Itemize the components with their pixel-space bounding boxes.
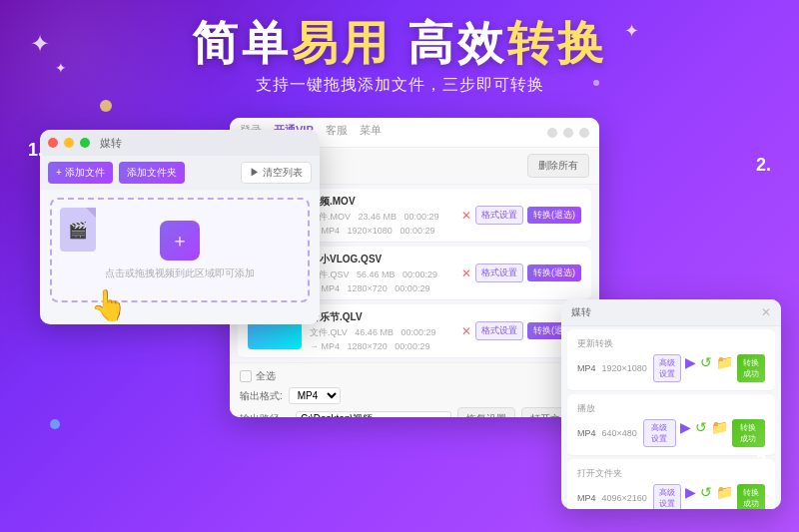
folder-icon-2[interactable]: 📁 (711, 419, 728, 447)
refresh-icon-2[interactable]: ↺ (695, 419, 707, 447)
result-resolution-1: 1920×1080 (602, 363, 647, 373)
result-item-3: 打开文件夹 MP4 4096×2160 高级设置 ▶ ↺ 📁 转换成功 (567, 459, 775, 509)
dot-3 (50, 419, 60, 429)
result-resolution-2: 640×480 (602, 428, 637, 438)
convert-btn-1[interactable]: 转换(退选) (527, 207, 581, 224)
file-float-icon: 🎬 (60, 208, 96, 252)
file-name-1: 视频.MOV (310, 195, 453, 209)
title-part2: 高效 (407, 17, 507, 69)
header: 简单易用 高效转换 支持一键拖拽添加文件，三步即可转换 (0, 18, 799, 96)
drop-plus-icon: ＋ (160, 221, 200, 261)
result-row-2: MP4 640×480 高级设置 ▶ ↺ 📁 转换成功 (577, 419, 765, 447)
step-1-label: 1. (28, 140, 43, 161)
add-file-btn-1[interactable]: + 添加文件 (48, 162, 113, 184)
file-meta-out-1: → MP4 1920×1080 00:00:29 (310, 226, 453, 236)
delete-icon[interactable]: ✕ (461, 324, 471, 338)
title-space (392, 17, 408, 69)
file-name-3: 音乐节.QLV (310, 310, 453, 324)
restore-btn[interactable]: 恢复设置 (457, 407, 515, 417)
win2-controls (547, 128, 589, 138)
play-icon[interactable]: ▶ (685, 354, 696, 382)
result-row-1: MP4 1920×1080 高级设置 ▶ ↺ 📁 转换成功 (577, 354, 765, 382)
file-info: 小小VLOG.QSV 文件.QSV 56.46 MB 00:00:29 → MP… (310, 253, 453, 293)
close-btn-1[interactable] (48, 138, 58, 148)
result-format-2: MP4 (577, 428, 596, 438)
refresh-icon-3[interactable]: ↺ (700, 484, 712, 509)
win2-min[interactable] (547, 128, 557, 138)
result-resolution-3: 4096×2160 (602, 493, 647, 503)
play-icon-2[interactable]: ▶ (680, 419, 691, 447)
file-actions-2: ✕ 格式设置 转换(退选) (461, 264, 581, 282)
titlebar-1: 媒转 (40, 130, 320, 156)
output-label: 输出路径： (240, 412, 290, 417)
dot-1 (100, 100, 112, 112)
output-path-input[interactable] (296, 411, 451, 418)
format-label: 输出格式: (240, 389, 283, 403)
page-title: 简单易用 高效转换 (0, 18, 799, 69)
result-label-1: 更新转换 (577, 337, 765, 350)
folder-icon-3[interactable]: 📁 (716, 484, 733, 509)
result-label-3: 打开文件夹 (577, 467, 765, 480)
result-item-2: 播放 MP4 640×480 高级设置 ▶ ↺ 📁 转换成功 (567, 394, 775, 456)
win1-toolbar: + 添加文件 添加文件夹 ▶ 清空列表 (40, 156, 320, 190)
file-name-2: 小小VLOG.QSV (310, 253, 453, 266)
nav-menu[interactable]: 菜单 (360, 123, 382, 142)
result-row-3: MP4 4096×2160 高级设置 ▶ ↺ 📁 转换成功 (577, 484, 765, 509)
format-select[interactable]: MP4 AVI MKV (289, 387, 341, 404)
drop-area[interactable]: 🎬 ＋ 点击或拖拽视频到此区域即可添加 (50, 198, 310, 302)
clear-list-btn[interactable]: ▶ 清空列表 (241, 162, 312, 184)
nav-shop[interactable]: 客服 (326, 123, 348, 142)
file-meta-3: 文件.QLV 46.46 MB 00:00:29 (310, 326, 453, 339)
win2-max[interactable] (563, 128, 573, 138)
drop-text: 点击或拖拽视频到此区域即可添加 (105, 266, 255, 280)
success-btn-2[interactable]: 转换成功 (732, 419, 765, 447)
success-btn-3[interactable]: 转换成功 (737, 484, 765, 509)
result-actions-3: 高级设置 ▶ ↺ 📁 转换成功 (653, 484, 765, 509)
format-settings-btn[interactable]: 格式设置 (475, 206, 523, 225)
win3-title: 媒转 (571, 305, 591, 319)
delete-icon[interactable]: ✕ (461, 209, 471, 223)
format-settings-btn-2[interactable]: 格式设置 (475, 264, 523, 282)
file-meta-1: 文件.MOV 23.46 MB 00:00:29 (310, 211, 453, 224)
select-all-row: 全选 (240, 369, 276, 383)
success-btn-1[interactable]: 转换成功 (737, 354, 765, 382)
step-3-label: 3. (756, 451, 771, 472)
title-part1: 简单 (192, 17, 292, 69)
file-info: 音乐节.QLV 文件.QLV 46.46 MB 00:00:29 → MP4 1… (310, 310, 453, 351)
file-actions-1: ✕ 格式设置 转换(退选) (461, 206, 581, 225)
select-all-label: 全选 (256, 369, 276, 383)
result-actions-1: 高级设置 ▶ ↺ 📁 转换成功 (653, 354, 765, 382)
win3-close-btn[interactable]: ✕ (761, 305, 771, 319)
format-settings-btn-3[interactable]: 格式设置 (475, 321, 523, 340)
refresh-icon[interactable]: ↺ (700, 354, 712, 382)
result-format-1: MP4 (577, 363, 596, 373)
min-btn-1[interactable] (64, 138, 74, 148)
select-all-checkbox[interactable] (240, 370, 252, 382)
title-highlight1: 易用 (292, 17, 392, 69)
delete-all-btn[interactable]: 删除所有 (527, 154, 589, 178)
result-label-2: 播放 (577, 402, 765, 415)
file-meta-2: 文件.QSV 56.46 MB 00:00:29 (310, 268, 453, 281)
step-2-label: 2. (756, 155, 771, 176)
delete-icon[interactable]: ✕ (461, 266, 471, 280)
win2-close[interactable] (579, 128, 589, 138)
max-btn-1[interactable] (80, 138, 90, 148)
adv-btn-2[interactable]: 高级设置 (643, 419, 676, 447)
result-actions-2: 高级设置 ▶ ↺ 📁 转换成功 (643, 419, 765, 447)
win3-header: 媒转 ✕ (561, 299, 781, 326)
result-format-3: MP4 (577, 493, 596, 503)
win1-title: 媒转 (100, 136, 122, 151)
hand-cursor: 👆 (90, 287, 127, 322)
subtitle: 支持一键拖拽添加文件，三步即可转换 (0, 75, 799, 96)
file-meta-out-2: → MP4 1280×720 00:00:29 (310, 283, 453, 293)
adv-btn-1[interactable]: 高级设置 (653, 354, 681, 382)
play-icon-3[interactable]: ▶ (685, 484, 696, 509)
adv-btn-3[interactable]: 高级设置 (653, 484, 681, 509)
file-info: 视频.MOV 文件.MOV 23.46 MB 00:00:29 → MP4 19… (310, 195, 453, 236)
title-highlight2: 转换 (507, 17, 607, 69)
window-file-add: 媒转 + 添加文件 添加文件夹 ▶ 清空列表 🎬 ＋ 点击或拖拽视频到此区域即可… (40, 130, 320, 324)
add-folder-btn[interactable]: 添加文件夹 (119, 162, 185, 184)
file-meta-out-3: → MP4 1280×720 00:00:29 (310, 341, 453, 351)
convert-btn-2[interactable]: 转换(退选) (527, 265, 581, 281)
folder-icon[interactable]: 📁 (716, 354, 733, 382)
